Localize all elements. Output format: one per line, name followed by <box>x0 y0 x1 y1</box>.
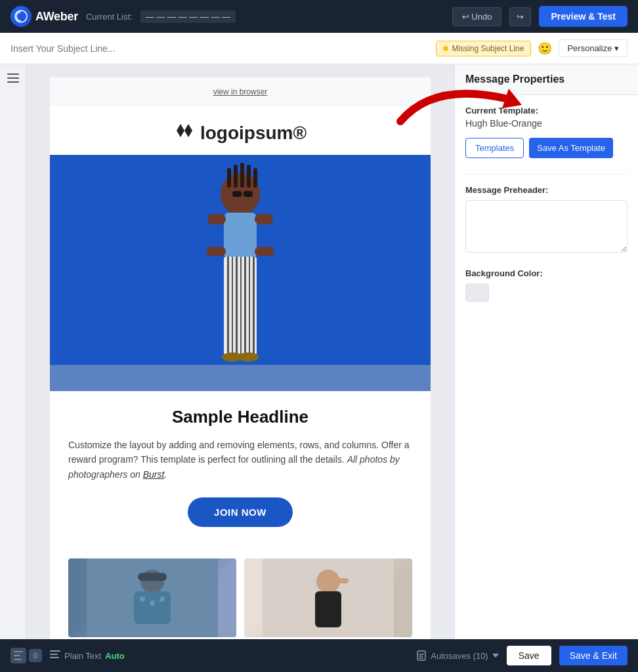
autosaves-area[interactable]: Autosaves (10) <box>416 650 498 661</box>
redo-button[interactable]: ↪ <box>509 7 531 26</box>
bottom-bar: 0 Plain Text Auto Autosaves (10) Save Sa… <box>0 639 638 672</box>
svg-rect-28 <box>244 191 253 197</box>
bottom-image-2 <box>244 558 412 637</box>
email-headline: Sample Headline <box>68 407 412 427</box>
svg-rect-12 <box>207 214 226 224</box>
svg-rect-18 <box>232 257 233 355</box>
subject-line-input[interactable] <box>11 43 429 54</box>
svg-rect-2 <box>7 77 19 79</box>
svg-rect-44 <box>14 659 22 660</box>
svg-rect-40 <box>338 578 349 583</box>
view-in-browser-link[interactable]: view in browser <box>213 87 268 96</box>
bottom-icon-area: 0 <box>11 648 42 663</box>
autosaves-label: Autosaves (10) <box>431 651 488 661</box>
notifications-badge[interactable]: 0 <box>29 649 42 662</box>
current-list-value: — — — — — — — — <box>140 10 236 23</box>
svg-rect-17 <box>227 257 229 355</box>
svg-rect-33 <box>134 591 171 624</box>
missing-subject-badge[interactable]: Missing Subject Line <box>436 41 531 56</box>
svg-rect-19 <box>236 257 238 355</box>
save-button[interactable]: Save <box>507 646 551 665</box>
email-body-text: Customize the layout by adding and remov… <box>68 438 412 482</box>
svg-rect-9 <box>247 165 251 188</box>
svg-rect-27 <box>232 191 242 197</box>
svg-rect-7 <box>234 165 238 188</box>
bottom-icon[interactable] <box>11 648 26 663</box>
current-template-name: Hugh Blue-Orange <box>465 118 627 129</box>
svg-rect-39 <box>315 591 341 627</box>
email-logo-area: logoipsum® <box>50 106 431 155</box>
join-now-button[interactable]: JOIN NOW <box>188 497 293 527</box>
auto-label: Auto <box>105 651 125 661</box>
main-layout: view in browser logoipsum® <box>0 64 638 639</box>
svg-point-38 <box>316 570 340 593</box>
missing-subject-label: Missing Subject Line <box>452 44 524 53</box>
svg-rect-21 <box>244 257 246 355</box>
email-canvas: view in browser logoipsum® <box>26 64 454 639</box>
templates-button[interactable]: Templates <box>465 138 524 158</box>
subject-bar: Missing Subject Line 🙂 Personalize ▾ <box>0 33 638 64</box>
svg-rect-20 <box>240 257 242 355</box>
svg-rect-11 <box>224 213 257 259</box>
logo-name: logoipsum® <box>200 123 307 144</box>
bottom-images-row <box>50 558 431 639</box>
sidebar-toggle-button[interactable] <box>7 74 19 85</box>
aweber-logo: AWeber <box>11 6 78 27</box>
svg-rect-14 <box>206 247 226 256</box>
view-in-browser-bar: view in browser <box>50 77 431 106</box>
svg-rect-29 <box>242 193 244 194</box>
bottom-image-1 <box>68 558 236 637</box>
template-actions: Templates Save As Template <box>465 138 627 158</box>
save-exit-button[interactable]: Save & Exit <box>559 646 627 665</box>
svg-rect-43 <box>14 655 20 656</box>
aweber-brand-name: AWeber <box>35 10 78 24</box>
svg-rect-8 <box>240 163 244 188</box>
svg-rect-26 <box>50 365 431 391</box>
svg-rect-50 <box>419 656 423 657</box>
background-color-label: Background Color: <box>465 268 627 278</box>
top-navigation: AWeber Current List: — — — — — — — — ↩ U… <box>0 0 638 33</box>
emoji-button[interactable]: 🙂 <box>538 41 552 56</box>
email-logo: logoipsum® <box>63 121 417 144</box>
svg-rect-22 <box>249 257 250 355</box>
svg-point-34 <box>140 597 145 602</box>
missing-dot-icon <box>443 46 448 51</box>
email-body: Sample Headline Customize the layout by … <box>50 391 431 558</box>
plain-text-icon <box>50 650 60 662</box>
logo-symbol <box>174 121 195 144</box>
panel-header: Message Properties <box>455 64 638 95</box>
svg-point-25 <box>238 352 259 362</box>
aweber-icon <box>11 6 32 27</box>
current-template-label: Current Template: <box>465 106 627 116</box>
personalize-button[interactable]: Personalize ▾ <box>559 39 627 57</box>
svg-rect-49 <box>419 654 424 655</box>
preheader-label: Message Preheader: <box>465 185 627 195</box>
svg-point-36 <box>160 597 165 602</box>
plain-text-toggle[interactable]: Plain Text Auto <box>50 650 125 662</box>
background-color-swatch[interactable] <box>465 284 489 302</box>
svg-rect-32 <box>138 573 167 581</box>
plain-text-label: Plain Text <box>64 651 101 661</box>
save-as-template-button[interactable]: Save As Template <box>529 138 613 158</box>
email-content: view in browser logoipsum® <box>50 77 431 639</box>
join-button-wrapper: JOIN NOW <box>68 497 412 527</box>
svg-rect-47 <box>50 657 59 658</box>
hero-image <box>50 155 431 391</box>
panel-title: Message Properties <box>465 74 627 85</box>
preheader-textarea[interactable] <box>465 200 627 253</box>
undo-button[interactable]: ↩ Undo <box>452 7 502 26</box>
svg-rect-15 <box>255 247 274 256</box>
svg-rect-45 <box>50 650 60 652</box>
current-list-label: Current List: <box>86 12 133 22</box>
svg-rect-51 <box>419 658 423 659</box>
svg-rect-42 <box>14 651 23 652</box>
body-period: . <box>164 469 167 480</box>
divider <box>465 174 627 175</box>
svg-rect-10 <box>253 168 257 188</box>
svg-rect-1 <box>7 74 19 75</box>
panel-body: Current Template: Hugh Blue-Orange Templ… <box>455 95 638 312</box>
preview-test-button[interactable]: Preview & Test <box>539 6 627 27</box>
svg-rect-13 <box>255 214 273 224</box>
burst-link[interactable]: Burst <box>143 469 165 480</box>
left-sidebar-toggle <box>0 64 26 639</box>
